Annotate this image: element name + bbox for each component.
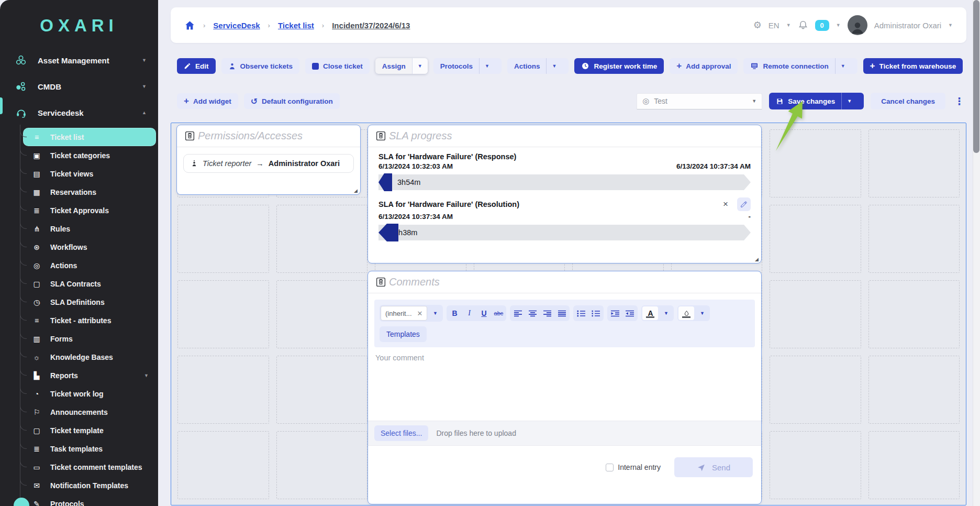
add-approval-button[interactable]: + Add approval — [670, 58, 738, 74]
delete-widget-icon[interactable] — [375, 277, 386, 288]
widget-title: Comments — [389, 276, 440, 288]
sidebar-item-asset-management[interactable]: Asset Management ▼ — [0, 47, 158, 73]
grid-cell — [770, 356, 861, 424]
scrollbar-thumb[interactable] — [973, 0, 979, 153]
observe-tickets-button[interactable]: Observe tickets — [221, 58, 300, 74]
text-color-dropdown-icon[interactable]: ▼ — [659, 306, 673, 320]
ticket-action-bar: Edit Observe tickets Close ticket Assign… — [177, 58, 963, 74]
breadcrumb-servicedesk[interactable]: ServiceDesk — [213, 21, 260, 30]
tree-connector — [20, 235, 27, 247]
kebab-menu-icon[interactable]: ⋮ — [952, 95, 966, 107]
edit-button[interactable]: Edit — [177, 58, 216, 74]
outdent-button[interactable] — [608, 306, 622, 320]
align-center-button[interactable] — [526, 306, 539, 320]
reporter-value: Administrator Oxari — [269, 159, 340, 168]
highlight-dropdown-icon[interactable]: ▼ — [695, 306, 709, 320]
stopwatch-icon: ◷ — [31, 298, 42, 306]
remote-connection-button[interactable]: Remote connection ▼ — [743, 58, 857, 74]
cancel-changes-button[interactable]: Cancel changes — [871, 93, 945, 109]
view-configuration-select[interactable]: ◎ Test ▼ — [637, 93, 762, 109]
delete-widget-icon[interactable] — [375, 130, 386, 141]
highlight-color-button[interactable] — [678, 306, 694, 320]
bullet-list-button[interactable] — [574, 306, 588, 320]
font-dropdown-icon[interactable]: ▼ — [428, 306, 442, 320]
text-color-button[interactable]: A — [642, 306, 658, 320]
sla-entry-name: SLA for 'Hardware Failure' (Resolution) — [378, 200, 519, 208]
grid-cell — [276, 280, 368, 348]
sidebar-item-label: Servicedesk — [38, 108, 84, 117]
document-icon: ▢ — [31, 280, 42, 288]
strikethrough-button[interactable]: abc — [492, 306, 505, 320]
grid-cell — [868, 205, 960, 273]
chevron-down-icon[interactable]: ▼ — [786, 23, 791, 28]
breadcrumb-separator: › — [203, 21, 205, 29]
top-bar: › ServiceDesk › Ticket list › Incident/3… — [171, 7, 966, 43]
internal-entry-checkbox[interactable] — [606, 464, 614, 471]
clear-font-icon[interactable]: ✕ — [417, 310, 423, 317]
app-root: OXARI Asset Management ▼ CMDB ▼ Serviced… — [0, 0, 980, 506]
comment-input[interactable]: Your comment — [368, 347, 761, 421]
font-select[interactable]: (inherit... ✕ — [381, 306, 427, 321]
sla-progress-bar: 3h54m — [378, 174, 751, 190]
breadcrumb-ticket-list[interactable]: Ticket list — [278, 21, 314, 30]
protocol-icon: ✎ — [31, 500, 42, 506]
sidebar-item-servicedesk[interactable]: Servicedesk ▲ — [0, 100, 158, 126]
delete-widget-icon[interactable] — [184, 130, 195, 141]
protocols-button[interactable]: Protocols ▼ — [433, 58, 502, 74]
align-justify-button[interactable] — [555, 306, 569, 320]
assign-dropdown[interactable]: ▼ — [412, 58, 428, 74]
protocols-dropdown[interactable]: ▼ — [479, 58, 495, 74]
save-changes-dropdown[interactable]: ▼ — [841, 93, 857, 109]
chevron-down-icon[interactable]: ▼ — [836, 23, 841, 28]
select-files-button[interactable]: Select files... — [374, 425, 428, 441]
scrollbar-track[interactable] — [973, 0, 980, 506]
templates-button[interactable]: Templates — [380, 326, 427, 342]
language-select[interactable]: EN — [769, 21, 779, 30]
sla-progress-widget: SLA progress SLA for 'Hardware Failure' … — [368, 125, 762, 263]
tree-connector — [20, 161, 27, 174]
gear-icon[interactable]: ⚙ — [753, 19, 762, 31]
checklist-icon: ≣ — [31, 206, 42, 215]
chevron-down-icon[interactable]: ▼ — [948, 23, 953, 28]
notification-badge[interactable]: 0 — [815, 20, 829, 31]
sla-remove-icon[interactable]: × — [719, 197, 732, 211]
observer-icon — [228, 62, 236, 70]
align-left-button[interactable] — [511, 306, 525, 320]
user-name[interactable]: Administrator Oxari — [874, 21, 941, 30]
actions-button[interactable]: Actions ▼ — [507, 58, 569, 74]
italic-button[interactable]: I — [462, 306, 476, 320]
assign-button[interactable]: Assign ▼ — [375, 58, 428, 74]
widget-title: Permissions/Accesses — [198, 130, 303, 142]
bold-button[interactable]: B — [448, 306, 461, 320]
grid-cell — [177, 431, 269, 499]
ticket-from-warehouse-button[interactable]: + Ticket from warehouse — [863, 58, 963, 74]
restore-icon: ↺ — [251, 96, 258, 106]
home-icon[interactable] — [184, 20, 195, 31]
align-right-button[interactable] — [540, 306, 554, 320]
avatar[interactable] — [848, 15, 867, 35]
add-widget-button[interactable]: + Add widget — [177, 93, 238, 109]
breadcrumb-current: Incident/37/2024/6/13 — [332, 21, 410, 30]
ticket-reporter-card[interactable]: Ticket reporter → Administrator Oxari — [183, 154, 354, 173]
underline-button[interactable]: U — [477, 306, 491, 320]
remote-connection-dropdown[interactable]: ▼ — [835, 58, 851, 74]
send-button[interactable]: Send — [674, 457, 753, 477]
register-work-time-button[interactable]: Register work time — [574, 58, 664, 74]
breadcrumb-separator: › — [268, 21, 270, 29]
actions-dropdown[interactable]: ▼ — [546, 58, 562, 74]
tree-connector — [20, 198, 27, 211]
indent-button[interactable] — [623, 306, 637, 320]
resize-handle[interactable]: ◢ — [354, 188, 358, 193]
numbered-list-button[interactable] — [589, 306, 603, 320]
plus-icon: + — [184, 96, 189, 106]
resize-handle[interactable]: ◢ — [755, 257, 759, 262]
tree-connector — [20, 345, 27, 357]
internal-entry-option[interactable]: Internal entry — [606, 463, 661, 471]
sidebar-item-cmdb[interactable]: CMDB ▼ — [0, 73, 158, 100]
default-configuration-button[interactable]: ↺ Default configuration — [244, 93, 340, 109]
sla-edit-icon[interactable] — [737, 197, 751, 211]
bell-icon[interactable] — [798, 20, 808, 30]
close-ticket-button[interactable]: Close ticket — [305, 58, 370, 74]
sidebar-item-label: Asset Management — [38, 56, 109, 65]
tree-connector — [20, 180, 27, 192]
